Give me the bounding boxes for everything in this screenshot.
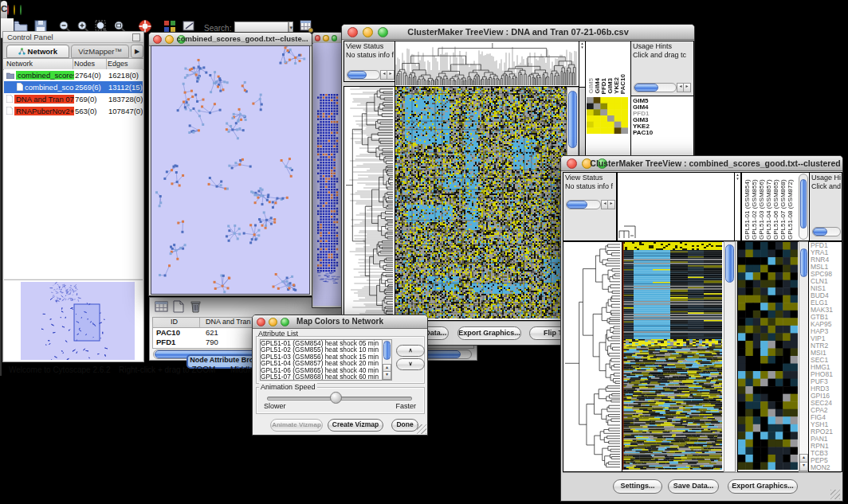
attribute-list[interactable]: GPL51-01 (GSM854) heat shock 05 minGPL51…	[260, 339, 392, 381]
animate-vizmap-button[interactable]: Animate Vizmap	[270, 419, 323, 432]
map-dialog-title: Map Colors to Network	[253, 317, 427, 326]
network-file-icon	[6, 94, 13, 106]
minimize-button[interactable]	[323, 35, 328, 41]
detail-labels-panel: GIM5GIM4PFD1GIM3YKE2PAC10	[585, 41, 631, 158]
network-canvas[interactable]	[151, 45, 310, 295]
animation-speed-slider-thumb[interactable]	[330, 392, 342, 404]
tab-overflow-button[interactable]: ▶	[131, 45, 143, 58]
scroll-right-button[interactable]: ▸	[607, 200, 615, 209]
tab-network[interactable]: Network	[6, 45, 69, 58]
network-file-icon	[17, 82, 23, 94]
network-row[interactable]: DNA and Tran 07 769(0) 183728(0)	[4, 93, 143, 105]
close-button[interactable]	[567, 158, 577, 169]
slower-label: Slower	[264, 402, 286, 410]
detail-column-labels: GIM5GIM4PFD1GIM3YKE2PAC10	[587, 68, 626, 94]
usage-hints-panel: Usage Hints Click and drag tc ◂ ▸	[630, 41, 694, 96]
control-panel: Control Panel Network VizMapper™ ▶ Netwo…	[2, 31, 144, 362]
desktop: Cytoscape Desktop (Session Name: collins…	[0, 0, 848, 504]
network-table-header: Network Nodes Edges	[3, 59, 143, 70]
row-dendrogram-panel[interactable]	[344, 86, 395, 321]
main-titlebar[interactable]: Cytoscape Desktop (Session Name: collins…	[1, 1, 7, 19]
view-status-title: View Status	[565, 174, 603, 182]
faster-label: Faster	[395, 402, 416, 410]
usage-hints-title: Usage Hints	[633, 42, 672, 50]
row-dendrogram-panel[interactable]	[563, 241, 622, 472]
column-dendrogram-panel[interactable]	[617, 172, 735, 241]
map-colors-dialog: Map Colors to Network Attribute List GPL…	[252, 315, 428, 436]
zoom-button[interactable]	[332, 35, 337, 41]
heatmap-panel[interactable]	[622, 241, 724, 472]
zoom-button[interactable]	[20, 5, 22, 15]
create-attribute-icon[interactable]	[173, 300, 184, 316]
close-button[interactable]	[7, 5, 9, 15]
id-column-header[interactable]: ID	[171, 318, 178, 326]
heatmap-vscrollbar[interactable]	[724, 241, 736, 472]
float-panel-icon[interactable]	[132, 33, 140, 41]
move-down-button[interactable]: ∨	[396, 358, 425, 370]
scroll-right-button[interactable]: ▸	[683, 83, 691, 92]
view-status-panel: View Status No status info f ◂ ▸	[344, 41, 395, 82]
cytoscape-main-window: Cytoscape Desktop (Session Name: collins…	[0, 0, 2, 376]
resize-grip[interactable]	[417, 424, 426, 434]
view-status-text: No status info f	[346, 51, 394, 59]
create-vizmap-button[interactable]: Create Vizmap	[328, 419, 383, 432]
tab-vizmapper[interactable]: VizMapper™	[71, 45, 129, 58]
usage-hints-panel: Usage Hi Click and	[809, 172, 842, 241]
search-label: Search:	[204, 24, 231, 33]
usage-hints-scrollbar[interactable]	[634, 83, 677, 92]
usage-hints-text: Click and	[811, 182, 841, 190]
network-file-icon	[6, 106, 13, 118]
delete-attribute-icon[interactable]	[190, 299, 202, 316]
control-panel-title: Control Panel	[7, 33, 53, 41]
export-graphics-button[interactable]: Export Graphics...	[457, 326, 521, 340]
network-row[interactable]: combined_scores 2764(0) 16218(0)	[4, 69, 143, 81]
select-attributes-icon[interactable]	[155, 300, 168, 316]
heatmap-panel[interactable]	[395, 86, 579, 321]
export-graphics-button[interactable]: Export Graphics...	[728, 479, 798, 494]
view-status-title: View Status	[346, 42, 383, 50]
treeview-combined-title: ClusterMaker TreeView : combined_scores_…	[590, 158, 841, 168]
save-data-button[interactable]: Save Data...	[668, 479, 719, 494]
network-overview-panel	[4, 279, 143, 361]
view-status-scrollbar[interactable]	[347, 70, 380, 80]
usage-hints-scrollbar[interactable]	[812, 227, 841, 236]
array-column-labels: GPL51-01 (GSM854)GPL51-02 (GSM855)GPL51-…	[744, 174, 794, 240]
done-button[interactable]: Done	[391, 419, 418, 432]
view-status-scrollbar[interactable]	[566, 200, 601, 209]
view-status-panel: View Status No status info f ◂ ▸	[563, 172, 617, 241]
array-labels-vscrollbar[interactable]	[799, 174, 808, 240]
network-window-title: combined_scores_good.txt--cluste...	[176, 34, 308, 43]
main-window-title: Cytoscape Desktop (Session Name: collins…	[1, 4, 7, 14]
minimize-button[interactable]	[165, 35, 174, 44]
minimize-button[interactable]	[14, 5, 15, 15]
treeview-dna-title: ClusterMaker TreeView : DNA and Tran 07-…	[342, 27, 694, 37]
network-folder-icon	[6, 70, 14, 82]
detail-heatmap-canvas[interactable]	[587, 97, 628, 134]
scroll-strip[interactable]: ▴▾	[734, 172, 741, 241]
network-overview-canvas[interactable]	[21, 282, 135, 360]
animation-speed-label: Animation Speed	[259, 383, 317, 391]
network-view-window-2	[312, 32, 343, 308]
usage-hints-title: Usage Hi	[811, 174, 841, 182]
gene-list-panel[interactable]: PFD1YRA1RNR4MSL1SPC98CLN1NIS1BUD4ELG1MAK…	[808, 241, 842, 472]
network-row[interactable]: RNAPuberNov2+I 563(0) 107847(0)	[4, 105, 143, 117]
network-canvas-2[interactable]	[313, 43, 341, 306]
array-labels-panel: GPL51-01 (GSM854)GPL51-02 (GSM855)GPL51-…	[741, 172, 810, 241]
settings-button[interactable]: Settings...	[613, 479, 662, 494]
network-view-window: combined_scores_good.txt--cluste...	[148, 32, 312, 296]
close-button[interactable]	[153, 35, 162, 44]
close-button[interactable]	[315, 35, 320, 41]
column-dendrogram-panel[interactable]	[395, 41, 579, 88]
status-hint-zoom: Right-click + drag to ZOOM	[119, 365, 215, 374]
view-status-text: No status info f	[565, 182, 613, 190]
status-welcome: Welcome to Cytoscape 2.6.2	[9, 365, 111, 374]
resize-grip[interactable]	[830, 490, 840, 499]
treeview-combined-window: ClusterMaker TreeView : combined_scores_…	[560, 155, 843, 502]
attribute-list-vscrollbar[interactable]: ▴ ▾	[382, 339, 392, 381]
scroll-right-button[interactable]: ▸	[387, 70, 395, 80]
network-row-selected[interactable]: combined_sco 2569(6) 13112(15)	[4, 81, 143, 93]
move-up-button[interactable]: ∧	[396, 345, 425, 357]
detail-heatmap-panel[interactable]	[737, 241, 800, 472]
usage-hints-text: Click and drag tc	[633, 51, 686, 59]
detail-row-labels: GIM5GIM4PFD1GIM3YKE2PAC10	[630, 96, 694, 159]
